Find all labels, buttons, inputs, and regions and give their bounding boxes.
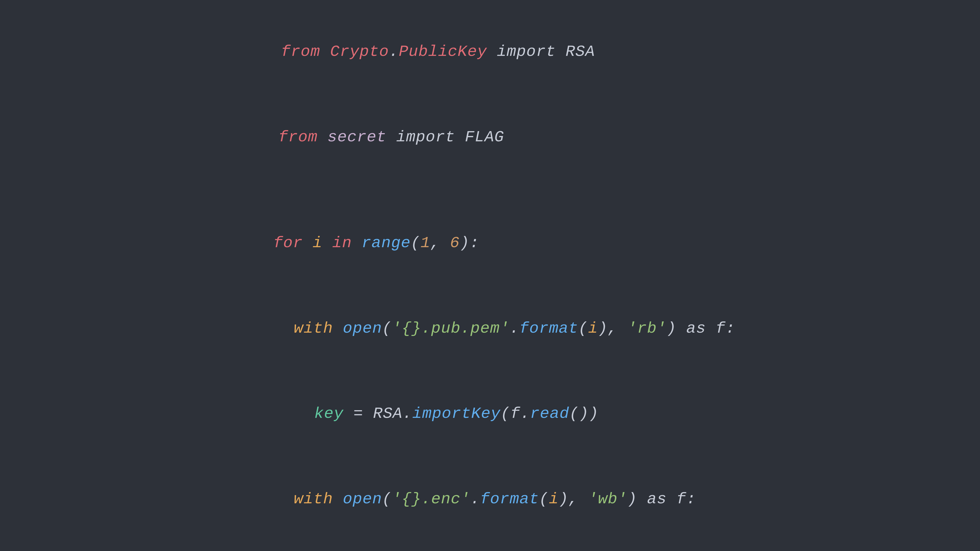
- num-6: 6: [450, 234, 460, 252]
- keyword-with-1: with: [294, 319, 343, 338]
- string-rb: 'rb': [627, 319, 667, 338]
- line-for: for i in range(1, 6):: [234, 200, 746, 286]
- var-i-2: i: [549, 490, 558, 508]
- string-pub: '{}.pub.pem': [392, 319, 510, 338]
- line-import2: from secret import FLAG: [234, 94, 746, 180]
- line-shebang: #!/usr/bin/env python3: [234, 0, 746, 9]
- paren-open-6: (: [539, 490, 549, 508]
- dot-2: .: [402, 405, 412, 423]
- line-write: f.write(key.encrypt(FLAG.encode(), None)…: [234, 542, 746, 551]
- rsa-ref: RSA: [373, 405, 402, 423]
- keyword-in: in: [322, 234, 362, 252]
- paren-open-3: (: [578, 319, 588, 338]
- keyword-import-2: import: [387, 128, 465, 146]
- dot-format-2: .: [470, 490, 480, 508]
- colon-2: :: [725, 319, 735, 338]
- paren-close-3: ): [598, 319, 608, 338]
- comma-1: ,: [430, 234, 450, 252]
- class-publickey: PublicKey: [399, 43, 487, 61]
- func-open-1: open: [343, 319, 382, 338]
- keyword-as-1: as: [676, 319, 716, 338]
- keyword-for: for: [273, 234, 313, 252]
- paren-close-1: ): [460, 234, 469, 252]
- func-importkey: importKey: [412, 405, 501, 423]
- func-read: read: [530, 405, 570, 423]
- func-format-1: format: [519, 319, 578, 338]
- var-i-for: i: [313, 234, 322, 252]
- keyword-as-2: as: [637, 490, 676, 508]
- blank-line-1: [234, 180, 746, 200]
- keyword-with-2: with: [294, 490, 343, 508]
- paren-close-6: ): [558, 490, 568, 508]
- equals-1: =: [344, 405, 373, 423]
- paren-open-5: (: [382, 490, 392, 508]
- string-wb: 'wb': [588, 490, 627, 508]
- colon-1: :: [469, 234, 479, 252]
- paren-close-4: ): [589, 405, 599, 423]
- var-key: key: [314, 405, 344, 423]
- class-rsa: RSA: [566, 43, 595, 61]
- module-secret: secret: [328, 128, 387, 146]
- colon-3: :: [686, 490, 696, 508]
- line-key: key = RSA.importKey(f.read()): [234, 371, 746, 457]
- func-open-2: open: [343, 490, 382, 508]
- class-flag: FLAG: [465, 128, 504, 146]
- line-with2: with open('{}.enc'.format(i), 'wb') as f…: [234, 457, 746, 542]
- parens-read: (): [570, 405, 589, 423]
- paren-close-2: ): [667, 319, 676, 338]
- comma-2: ,: [608, 319, 627, 338]
- keyword-from-2: from: [278, 128, 328, 146]
- func-range: range: [362, 234, 410, 252]
- line-import1: from Crypto.PublicKey import RSA: [234, 9, 746, 95]
- var-i-1: i: [588, 319, 598, 338]
- keyword-import-1: import: [487, 43, 566, 61]
- dot-format-1: .: [510, 319, 519, 338]
- func-format-2: format: [480, 490, 539, 508]
- dot-3: .: [520, 405, 530, 423]
- paren-open-1: (: [410, 234, 420, 252]
- line-with1: with open('{}.pub.pem'.format(i), 'rb') …: [234, 286, 746, 371]
- dot-1: .: [389, 43, 399, 61]
- paren-open-4: (: [501, 405, 511, 423]
- keyword-from-1: from: [281, 43, 330, 61]
- var-f-2: f: [511, 405, 520, 423]
- comma-3: ,: [569, 490, 588, 508]
- var-f-3: f: [676, 490, 686, 508]
- paren-open-2: (: [382, 319, 392, 338]
- num-1: 1: [421, 234, 430, 252]
- var-f-1: f: [716, 319, 725, 338]
- string-enc: '{}.enc': [392, 490, 471, 508]
- module-crypto: Crypto: [330, 43, 389, 61]
- code-block: #!/usr/bin/env python3 from Crypto.Publi…: [208, 0, 772, 551]
- paren-close-5: ): [627, 490, 637, 508]
